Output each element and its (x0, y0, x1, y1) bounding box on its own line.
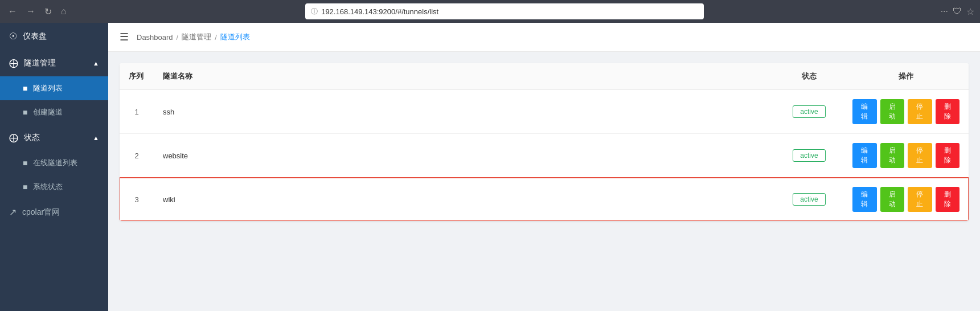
dashboard-icon: ☉ (9, 31, 17, 42)
sidebar-label-status: 状态 (24, 133, 40, 143)
sidebar-label-create-tunnel: 创建隧道 (33, 107, 63, 117)
create-tunnel-icon: ■ (23, 108, 27, 117)
cell-actions: 编辑启动停止删除 (843, 178, 969, 222)
delete-button[interactable]: 删除 (936, 99, 960, 124)
action-buttons: 编辑启动停止删除 (852, 187, 960, 212)
cell-name: website (154, 134, 775, 178)
shield-icon: 🛡 (953, 6, 962, 17)
main-content: ☰ Dashboard / 隧道管理 / 隧道列表 序列 隧道名称 状态 操作 … (108, 23, 980, 311)
cell-status: active (775, 90, 843, 134)
chevron-up-icon-2: ▲ (93, 134, 99, 141)
chevron-up-icon: ▲ (93, 60, 99, 67)
address-bar[interactable]: ⓘ 192.168.149.143:9200/#/tunnels/list (305, 3, 704, 19)
stop-button[interactable]: 停止 (908, 187, 932, 212)
col-header-actions: 操作 (843, 63, 969, 90)
col-header-name: 隧道名称 (154, 63, 775, 90)
online-tunnel-icon: ■ (23, 158, 27, 167)
sidebar-item-cpolar[interactable]: ↗ cpolar官网 (0, 199, 108, 226)
system-status-icon: ■ (23, 182, 27, 191)
tunnel-mgmt-icon: ⨁ (9, 58, 18, 68)
stop-button[interactable]: 停止 (908, 143, 932, 168)
breadcrumb-tunnel-list[interactable]: 隧道列表 (220, 32, 250, 42)
sidebar-item-dashboard[interactable]: ☉ 仪表盘 (0, 23, 108, 50)
col-header-index: 序列 (120, 63, 154, 90)
delete-button[interactable]: 删除 (936, 143, 960, 168)
status-badge: active (793, 105, 825, 118)
cell-actions: 编辑启动停止删除 (843, 134, 969, 178)
sidebar-label-cpolar: cpolar官网 (22, 207, 60, 218)
sidebar-label-online-tunnel-list: 在线隧道列表 (33, 158, 77, 168)
external-link-icon: ↗ (9, 207, 17, 218)
table-area: 序列 隧道名称 状态 操作 1sshactive编辑启动停止删除2website… (108, 52, 980, 311)
edit-button[interactable]: 编辑 (852, 143, 877, 168)
cell-name: ssh (154, 90, 775, 134)
browser-chrome: ← → ↻ ⌂ ⓘ 192.168.149.143:9200/#/tunnels… (0, 0, 980, 23)
delete-button[interactable]: 删除 (936, 187, 960, 212)
cell-status: active (775, 134, 843, 178)
edit-button[interactable]: 编辑 (852, 187, 877, 212)
app-layout: ☉ 仪表盘 ⨁ 隧道管理 ▲ ■ 隧道列表 ■ 创建隧道 ⨁ 状态 ▲ ■ 在线… (0, 23, 980, 311)
table-row: 2websiteactive编辑启动停止删除 (120, 134, 969, 178)
status-badge: active (793, 193, 825, 206)
hamburger-menu-icon[interactable]: ☰ (120, 31, 129, 43)
breadcrumb-sep-2: / (215, 33, 217, 42)
table-row: 3wikiactive编辑启动停止删除 (120, 178, 969, 222)
back-button[interactable]: ← (6, 4, 19, 19)
breadcrumb-tunnel-mgmt: 隧道管理 (182, 32, 211, 42)
cell-name: wiki (154, 178, 775, 222)
cell-index: 1 (120, 90, 154, 134)
start-button[interactable]: 启动 (880, 187, 905, 212)
action-buttons: 编辑启动停止删除 (852, 143, 960, 168)
edit-button[interactable]: 编辑 (852, 99, 877, 124)
sidebar-item-status[interactable]: ⨁ 状态 ▲ (0, 124, 108, 151)
table-row: 1sshactive编辑启动停止删除 (120, 90, 969, 134)
sidebar-label-dashboard: 仪表盘 (23, 31, 47, 42)
breadcrumb-bar: ☰ Dashboard / 隧道管理 / 隧道列表 (108, 23, 980, 52)
sidebar-label-tunnel-list: 隧道列表 (33, 83, 63, 93)
cell-status: active (775, 178, 843, 222)
col-header-status: 状态 (775, 63, 843, 90)
sidebar-item-system-status[interactable]: ■ 系统状态 (0, 175, 108, 199)
star-icon[interactable]: ☆ (966, 6, 974, 17)
cell-index: 2 (120, 134, 154, 178)
forward-button[interactable]: → (24, 4, 38, 19)
start-button[interactable]: 启动 (880, 99, 905, 124)
status-icon: ⨁ (9, 132, 18, 143)
breadcrumb-sep-1: / (177, 33, 179, 42)
home-button[interactable]: ⌂ (59, 4, 69, 19)
stop-button[interactable]: 停止 (908, 99, 932, 124)
info-icon: ⓘ (311, 7, 318, 17)
browser-right-icons: ··· 🛡 ☆ (941, 6, 974, 17)
sidebar: ☉ 仪表盘 ⨁ 隧道管理 ▲ ■ 隧道列表 ■ 创建隧道 ⨁ 状态 ▲ ■ 在线… (0, 23, 108, 311)
sidebar-item-tunnel-mgmt[interactable]: ⨁ 隧道管理 ▲ (0, 50, 108, 76)
sidebar-item-create-tunnel[interactable]: ■ 创建隧道 (0, 100, 108, 124)
sidebar-label-system-status: 系统状态 (33, 182, 63, 192)
action-buttons: 编辑启动停止删除 (852, 99, 960, 124)
sidebar-item-online-tunnel-list[interactable]: ■ 在线隧道列表 (0, 151, 108, 175)
tunnels-table: 序列 隧道名称 状态 操作 1sshactive编辑启动停止删除2website… (120, 63, 969, 221)
status-badge: active (793, 149, 825, 162)
cell-index: 3 (120, 178, 154, 222)
breadcrumb-dashboard: Dashboard (137, 33, 173, 42)
sidebar-item-tunnel-list[interactable]: ■ 隧道列表 (0, 76, 108, 100)
more-icon[interactable]: ··· (941, 6, 948, 17)
address-text: 192.168.149.143:9200/#/tunnels/list (321, 7, 438, 16)
cell-actions: 编辑启动停止删除 (843, 90, 969, 134)
table-header-row: 序列 隧道名称 状态 操作 (120, 63, 969, 90)
tunnel-list-icon: ■ (23, 84, 27, 93)
sidebar-label-tunnel-mgmt: 隧道管理 (24, 58, 56, 68)
reload-button[interactable]: ↻ (42, 4, 54, 19)
start-button[interactable]: 启动 (880, 143, 905, 168)
